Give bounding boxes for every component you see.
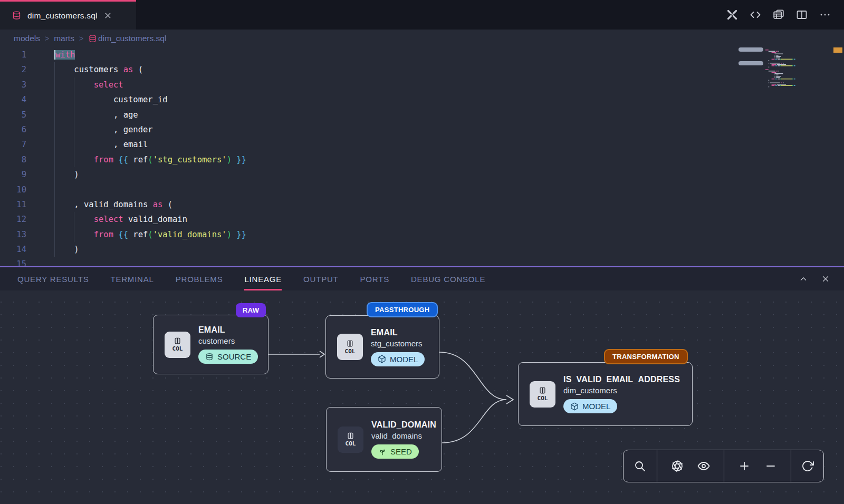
line-number: 13 [0,227,34,242]
type-badge-label: SOURCE [217,352,251,361]
lineage-node-stg_customers[interactable]: COLEMAILstg_customersMODEL [325,315,439,379]
breadcrumb-item-models[interactable]: models [14,34,40,43]
code-editor[interactable]: 1with2 customers as (3 select4 customer_… [0,47,844,266]
line-number: 12 [0,212,34,227]
code-line-14: 14 ) [0,242,844,257]
panel-tab-debug-console[interactable]: DEBUG CONSOLE [411,267,485,290]
more-actions-icon[interactable] [819,8,831,21]
line-number: 8 [0,152,34,167]
line-number: 14 [0,242,34,257]
code-line-9: 9 ) [0,167,844,182]
type-badge-label: MODEL [582,402,610,411]
lineage-node-customers[interactable]: COLEMAILcustomersSOURCE [153,315,268,374]
lineage-canvas[interactable]: COLEMAILcustomersSOURCERAWCOLEMAILstg_cu… [0,290,844,504]
line-number: 5 [0,108,34,122]
node-subtitle: stg_customers [371,339,425,348]
column-toggle-chip[interactable]: COL [338,427,363,453]
chip-label: COL [538,395,548,402]
column-toggle-chip[interactable]: COL [165,332,190,358]
node-type-badge-model: MODEL [371,352,425,366]
breadcrumb-item-dim_customers-sql[interactable]: dim_customers.sql [88,34,166,43]
column-toggle-chip[interactable]: COL [530,381,555,408]
database-icon [205,353,214,361]
lineage-node-dim_customers[interactable]: COLIS_VALID_EMAIL_ADDRESSdim_customersMO… [518,362,693,426]
code-line-2: 2 customers as ( [0,62,844,77]
node-subtitle: customers [198,336,258,345]
node-type-badge-seed: SEED [371,444,419,459]
line-number: 9 [0,167,34,182]
dbt-icon[interactable] [726,8,738,21]
line-number: 10 [0,182,34,197]
code-line-3: 3 select [0,77,844,92]
aperture-icon[interactable] [671,460,684,472]
panel-tab-lineage[interactable]: LINEAGE [244,267,282,290]
lineage-tag-transformation: TRANSFORMATION [604,349,688,364]
plus-icon[interactable] [738,460,751,472]
code-line-7: 7 , email [0,137,844,152]
code-line-5: 5 , age [0,108,844,122]
editor-actions [726,0,844,30]
code-icon[interactable] [749,8,762,21]
search-icon[interactable] [634,460,646,472]
node-type-badge-source: SOURCE [198,350,258,364]
node-type-badge-model: MODEL [563,399,617,413]
columns-icon [538,386,547,394]
toolbar-group [791,450,823,482]
columns-icon [346,340,354,347]
columns-icon [173,337,182,345]
line-number: 11 [0,197,34,212]
lineage-tag-passthrough: PASSTHROUGH [367,302,438,317]
line-number: 2 [0,62,34,77]
code-lines: 1with2 customers as (3 select4 customer_… [0,47,844,266]
breadcrumb-label: dim_customers.sql [98,34,166,43]
close-icon[interactable] [103,11,112,20]
code-line-10: 10 [0,182,844,197]
breadcrumb-item-marts[interactable]: marts [54,34,74,43]
code-line-12: 12 select valid_domain [0,212,844,227]
breadcrumb-separator: > [45,34,49,43]
line-number: 4 [0,92,34,107]
node-title: IS_VALID_EMAIL_ADDRESS [563,375,680,384]
code-line-1: 1with [0,47,844,62]
minimap-decoration-bar [738,61,763,65]
toolbar-group [657,450,724,482]
lineage-node-valid_domains[interactable]: COLVALID_DOMAINvalid_domainsSEED [326,407,442,472]
minimap[interactable] [764,49,812,90]
tab-dim-customers-sql[interactable]: dim_customers.sql [0,0,136,30]
bottom-panel-tab-bar: QUERY RESULTSTERMINALPROBLEMSLINEAGEOUTP… [0,266,844,290]
node-title: EMAIL [198,325,258,335]
duplicate-table-icon[interactable] [772,8,785,21]
panel-tab-ports[interactable]: PORTS [360,267,389,290]
overview-ruler-marker [833,47,842,53]
lineage-tag-raw: RAW [236,303,266,317]
eye-icon[interactable] [697,460,710,472]
column-toggle-chip[interactable]: COL [337,334,363,360]
close-icon[interactable] [821,274,830,284]
refresh-icon[interactable] [801,460,814,472]
line-number: 6 [0,122,34,137]
tab-label: dim_customers.sql [27,11,98,21]
code-line-11: 11 , valid_domains as ( [0,197,844,212]
split-editor-icon[interactable] [795,8,808,21]
line-number: 1 [0,47,34,62]
panel-tab-terminal[interactable]: TERMINAL [110,267,154,290]
chevron-up-icon[interactable] [799,274,808,284]
type-badge-label: SEED [390,447,412,456]
node-title: EMAIL [371,328,425,337]
minimap-decoration-bar [738,47,763,52]
code-line-4: 4 customer_id [0,92,844,107]
minus-icon[interactable] [764,460,777,472]
lineage-toolbar [623,450,824,482]
indent-guide [74,77,74,167]
columns-icon [346,432,355,440]
chip-label: COL [172,345,183,352]
breadcrumb-label: models [14,34,40,43]
breadcrumb-separator: > [79,34,83,43]
node-subtitle: valid_domains [371,431,436,440]
panel-tab-problems[interactable]: PROBLEMS [176,267,223,290]
chip-label: COL [346,440,356,447]
code-line-13: 13 from {{ ref('valid_domains') }} [0,227,844,242]
code-line-6: 6 , gender [0,122,844,137]
panel-tab-query-results[interactable]: QUERY RESULTS [17,267,89,290]
panel-tab-output[interactable]: OUTPUT [303,267,338,290]
